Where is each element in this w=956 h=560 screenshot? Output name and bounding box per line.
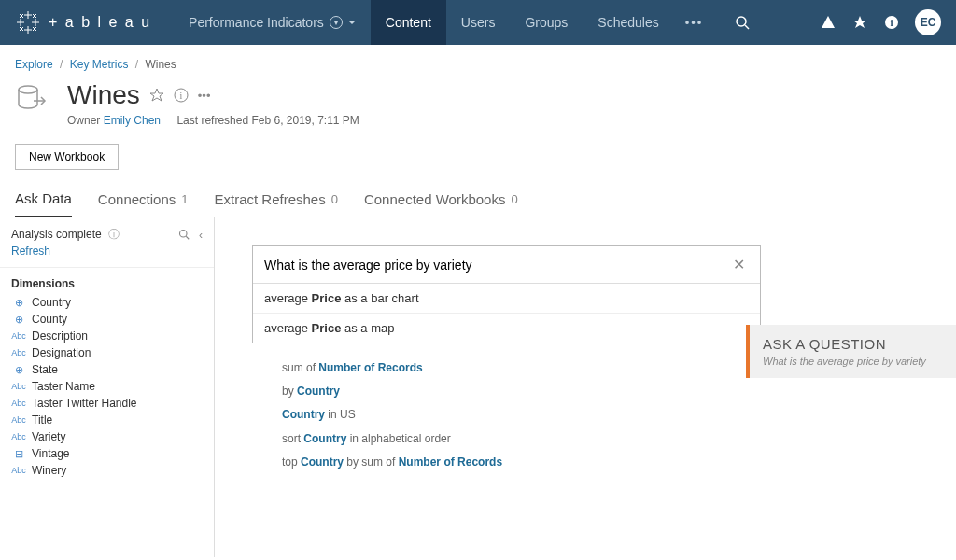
abc-icon: Abc [11, 382, 26, 391]
field-state[interactable]: ⊕State [11, 361, 203, 378]
more-suggestion-1[interactable]: by Country [282, 380, 919, 403]
field-taster-twitter-handle[interactable]: AbcTaster Twitter Handle [11, 395, 203, 412]
star-icon[interactable] [149, 88, 164, 103]
nav-more-icon[interactable]: ••• [674, 16, 715, 30]
logo-text: + a b l e a u [49, 14, 151, 31]
sidebar-search-icon[interactable] [178, 229, 190, 242]
field-county[interactable]: ⊕County [11, 311, 203, 328]
field-label: Title [32, 413, 52, 427]
field-vintage[interactable]: ⊟Vintage [11, 445, 203, 462]
owner-link[interactable]: Emily Chen [104, 114, 161, 127]
svg-text:i: i [179, 91, 182, 101]
main-panel: ✕ average Price as a bar chartaverage Pr… [215, 217, 956, 557]
tab-connected-label: Connected Workbooks [364, 191, 505, 207]
clear-icon[interactable]: ✕ [729, 256, 749, 273]
field-label: Taster Name [32, 380, 95, 393]
breadcrumb: Explore / Key Metrics / Wines [0, 45, 956, 80]
dimensions-title: Dimensions [11, 277, 203, 290]
page-title: Wines [67, 80, 140, 110]
dimensions-group: Dimensions ⊕Country⊕CountyAbcDescription… [0, 268, 214, 488]
nav-performance-label: Performance Indicators [189, 15, 324, 30]
tab-extract-refreshes[interactable]: Extract Refreshes0 [214, 183, 337, 217]
tab-connections[interactable]: Connections1 [98, 183, 189, 217]
tab-connections-count: 1 [181, 192, 188, 206]
breadcrumb-explore[interactable]: Explore [15, 58, 53, 71]
more-suggestion-3[interactable]: sort Country in alphabetical order [282, 427, 919, 451]
field-label: Vintage [32, 447, 69, 460]
tab-ask-data[interactable]: Ask Data [15, 183, 72, 217]
details-icon[interactable]: i [174, 88, 189, 103]
field-description[interactable]: AbcDescription [11, 328, 203, 344]
header-meta: Owner Emily Chen Last refreshed Feb 6, 2… [67, 114, 359, 127]
abc-icon: Abc [11, 399, 26, 408]
abc-icon: Abc [11, 466, 26, 475]
field-label: Taster Twitter Handle [32, 397, 137, 410]
ask-question-callout: ASK A QUESTION What is the average price… [746, 325, 956, 378]
field-designation[interactable]: AbcDesignation [11, 344, 203, 361]
field-variety[interactable]: AbcVariety [11, 428, 203, 445]
alert-icon[interactable] [820, 14, 836, 31]
svg-point-23 [180, 230, 188, 237]
user-avatar[interactable]: EC [915, 9, 941, 35]
content-tabs: Ask Data Connections1 Extract Refreshes0… [0, 183, 956, 217]
svg-point-20 [19, 86, 37, 93]
more-actions-icon[interactable]: ••• [198, 89, 211, 103]
svg-point-16 [737, 17, 746, 26]
abc-icon: Abc [11, 415, 26, 425]
svg-line-17 [745, 25, 749, 29]
nav-divider [724, 13, 724, 32]
globe-icon: ⊕ [11, 297, 26, 309]
breadcrumb-sep: / [135, 58, 138, 71]
callout-subtitle: What is the average price by variety [763, 356, 943, 367]
abc-icon: Abc [11, 331, 26, 341]
search-icon[interactable] [734, 14, 751, 31]
svg-line-24 [186, 236, 189, 239]
ask-data-input[interactable] [264, 258, 729, 273]
tableau-logo[interactable]: + a b l e a u [15, 9, 151, 35]
field-label: County [32, 313, 67, 326]
tab-extract-label: Extract Refreshes [214, 191, 325, 207]
analysis-status: Analysis complete ⓘ ‹ Refresh [0, 217, 214, 268]
svg-text:i: i [890, 17, 893, 28]
refresh-link[interactable]: Refresh [11, 245, 50, 258]
globe-icon: ⊕ [11, 364, 26, 376]
suggestion-1[interactable]: average Price as a map [253, 313, 760, 343]
field-label: Variety [32, 430, 65, 443]
ask-input-row: ✕ [253, 246, 760, 284]
info-icon[interactable]: i [883, 14, 900, 31]
nav-users[interactable]: Users [446, 0, 511, 45]
breadcrumb-sep: / [60, 58, 63, 71]
field-label: Winery [32, 464, 66, 477]
sidebar-collapse-icon[interactable]: ‹ [199, 229, 203, 242]
field-taster-name[interactable]: AbcTaster Name [11, 378, 203, 395]
field-label: Description [32, 329, 88, 343]
suggestion-0[interactable]: average Price as a bar chart [253, 284, 760, 313]
field-title[interactable]: AbcTitle [11, 412, 203, 428]
breadcrumb-current: Wines [145, 58, 176, 71]
abc-icon: Abc [11, 348, 26, 357]
field-winery[interactable]: AbcWinery [11, 462, 203, 479]
breadcrumb-key-metrics[interactable]: Key Metrics [70, 58, 129, 71]
nav-groups[interactable]: Groups [510, 0, 583, 45]
more-suggestion-4[interactable]: top Country by sum of Number of Records [282, 451, 919, 474]
sidebar: Analysis complete ⓘ ‹ Refresh Dimensions… [0, 217, 215, 557]
date-icon: ⊟ [11, 448, 26, 460]
nav-items: Performance Indicators▾ Content Users Gr… [174, 0, 751, 45]
status-info-icon[interactable]: ⓘ [108, 228, 120, 241]
tab-connected-workbooks[interactable]: Connected Workbooks0 [364, 183, 518, 217]
nav-content[interactable]: Content [371, 0, 446, 45]
callout-title: ASK A QUESTION [763, 336, 943, 352]
field-country[interactable]: ⊕Country [11, 294, 203, 311]
refreshed-label: Last refreshed [176, 114, 248, 127]
more-suggestion-2[interactable]: Country in US [282, 403, 919, 427]
top-navigation-bar: + a b l e a u Performance Indicators▾ Co… [0, 0, 956, 45]
new-workbook-button[interactable]: New Workbook [15, 144, 119, 170]
abc-icon: Abc [11, 432, 26, 441]
workspace: Analysis complete ⓘ ‹ Refresh Dimensions… [0, 217, 956, 557]
nav-schedules[interactable]: Schedules [583, 0, 673, 45]
tab-connections-label: Connections [98, 191, 176, 207]
field-label: Designation [32, 346, 91, 359]
nav-performance-indicators[interactable]: Performance Indicators▾ [174, 0, 371, 45]
tableau-logo-icon [15, 9, 41, 35]
favorites-icon[interactable] [851, 14, 868, 31]
